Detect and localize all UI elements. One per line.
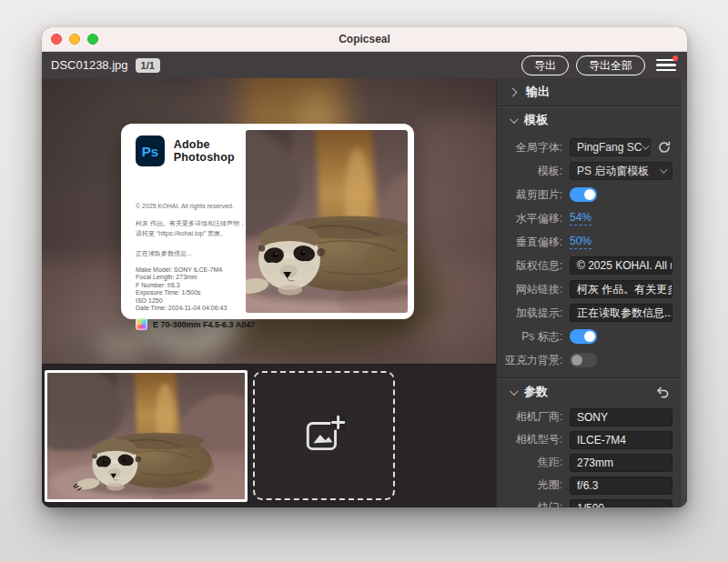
aperture-input[interactable]: f/6.3	[570, 477, 672, 495]
loading-tip-input[interactable]: 正在读取参数信息...	[570, 304, 672, 322]
watermark-card[interactable]: Ps Adobe Photoshop © 2025 KOHAI. All rig…	[121, 124, 414, 319]
zoom-button[interactable]	[87, 34, 98, 45]
watermark-photo	[246, 130, 408, 313]
camera-model-input[interactable]: ILCE-7M4	[570, 431, 672, 449]
export-button[interactable]: 导出	[521, 55, 569, 75]
params-rows: 相机厂商: SONY 相机型号: ILCE-7M4 焦距: 273mm 光圈: …	[497, 406, 687, 507]
font-select[interactable]: PingFang SC	[570, 138, 651, 156]
row-ps-logo: Ps 标志:	[497, 325, 687, 348]
add-image-tile[interactable]	[253, 371, 395, 500]
chevron-down-icon	[510, 115, 519, 124]
chevron-down-icon	[510, 386, 519, 396]
window-title: Copicseal	[339, 33, 390, 45]
preview-area: Ps Adobe Photoshop © 2025 KOHAI. All rig…	[42, 78, 496, 364]
vertical-offset-value[interactable]: 50%	[570, 235, 592, 249]
row-acrylic: 亚克力背景:	[497, 348, 687, 372]
acrylic-background-toggle[interactable]	[570, 353, 597, 367]
chevron-right-icon	[509, 87, 518, 96]
reset-params-icon[interactable]	[654, 384, 671, 400]
row-vertical-offset: 垂直偏移: 50%	[497, 230, 687, 254]
image-counter-badge: 1/1	[136, 58, 160, 73]
row-aperture: 光圈: f/6.3	[497, 474, 687, 497]
row-global-font: 全局字体: PingFang SC	[497, 135, 687, 159]
active-filename: DSC01238.jpg	[51, 58, 128, 72]
app-toolbar: DSC01238.jpg 1/1 导出 导出全部	[42, 52, 687, 78]
chevron-down-icon	[642, 142, 650, 149]
focal-length-input[interactable]: 273mm	[570, 454, 672, 472]
template-select[interactable]: PS 启动窗模板	[570, 162, 672, 180]
app-window: Copicseal DSC01238.jpg 1/1 导出 导出全部	[42, 27, 687, 507]
close-button[interactable]	[51, 34, 62, 45]
settings-panel: 输出 模板 全局字体: PingFang SC	[496, 78, 687, 507]
template-rows: 全局字体: PingFang SC 模板: P	[497, 134, 687, 377]
shutter-input[interactable]: 1/500	[570, 499, 672, 508]
section-template[interactable]: 模板	[497, 106, 687, 134]
traffic-lights	[51, 27, 98, 51]
canvas-area: Ps Adobe Photoshop © 2025 KOHAI. All rig…	[42, 78, 496, 507]
panel-scrollbar[interactable]	[680, 78, 687, 507]
camera-make-input[interactable]: SONY	[570, 408, 672, 427]
crop-image-toggle[interactable]	[570, 187, 597, 202]
row-camera-make: 相机厂商: SONY	[497, 406, 687, 428]
thumbnail-selected[interactable]	[45, 370, 248, 502]
hamburger-menu-icon[interactable]	[656, 56, 676, 75]
refresh-fonts-icon[interactable]	[656, 139, 672, 156]
row-focal-length: 焦距: 273mm	[497, 451, 687, 474]
row-crop-image: 裁剪图片:	[497, 183, 687, 206]
filmstrip	[42, 364, 496, 507]
minimize-button[interactable]	[69, 34, 80, 45]
horizontal-offset-value[interactable]: 54%	[570, 211, 592, 226]
notification-dot	[672, 55, 678, 61]
row-template: 模板: PS 启动窗模板	[497, 159, 687, 183]
row-horizontal-offset: 水平偏移: 54%	[497, 206, 687, 230]
section-output[interactable]: 输出	[497, 78, 687, 105]
row-camera-model: 相机型号: ILCE-7M4	[497, 428, 687, 451]
add-image-icon	[301, 413, 347, 458]
row-website: 网站链接: 柯灰 作品。有关更多详情	[497, 277, 687, 301]
photoshop-logo-icon: Ps	[136, 135, 165, 166]
ps-logo-toggle[interactable]	[570, 329, 597, 344]
export-all-button[interactable]: 导出全部	[576, 55, 645, 75]
row-shutter: 快门: 1/500	[497, 497, 687, 507]
row-loading-tip: 加载提示: 正在读取参数信息...	[497, 301, 687, 325]
section-params[interactable]: 参数	[497, 378, 687, 406]
row-copyright: 版权信息: © 2025 KOHAI. All rights re	[497, 254, 687, 277]
copyright-input[interactable]: © 2025 KOHAI. All rights re	[570, 256, 672, 275]
chevron-down-icon	[660, 166, 667, 173]
watermark-lens-info: E 70-300mm F4.5-6.3 A047	[153, 320, 255, 329]
website-input[interactable]: 柯灰 作品。有关更多详情	[570, 280, 672, 298]
lens-brand-icon	[136, 318, 147, 330]
titlebar: Copicseal	[42, 27, 687, 52]
